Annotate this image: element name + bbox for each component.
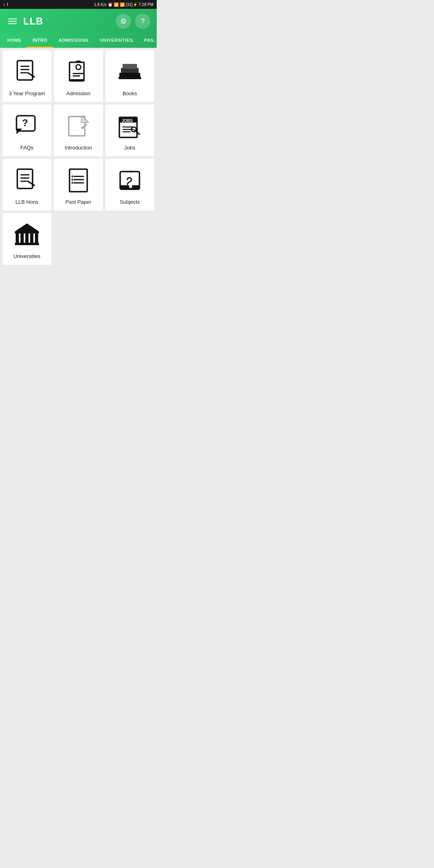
tab-admissions[interactable]: ADMISSIONS: [53, 34, 94, 48]
grid-item-subjects[interactable]: Subjects: [105, 159, 154, 211]
header-right: ⚙ ?: [116, 14, 150, 29]
app-header: LLB ⚙ ?: [0, 9, 157, 34]
label-subjects: Subjects: [120, 199, 140, 205]
wifi-icon: 📶: [114, 2, 119, 7]
grid-item-books[interactable]: Books: [105, 50, 154, 102]
introduction-icon: [64, 112, 93, 141]
settings-button[interactable]: ⚙: [116, 14, 131, 29]
label-admission: Admission: [66, 90, 90, 96]
svg-rect-0: [17, 61, 33, 80]
grid-item-past-paper[interactable]: Past Paper: [54, 159, 103, 211]
bottom-space: [0, 267, 157, 291]
label-universities: Universities: [13, 253, 40, 259]
tab-universities[interactable]: UNIVERSITIES: [94, 34, 138, 48]
help-button[interactable]: ?: [135, 14, 150, 29]
svg-rect-12: [123, 64, 137, 69]
main-grid: 3 Year Program Admission Books: [0, 48, 157, 267]
gear-icon: ⚙: [120, 17, 127, 26]
label-jobs: Jobs: [124, 145, 135, 151]
status-right: 1.6 K/s ⏰ 📶 📶 [31]⚡ 7:28 PM: [94, 2, 154, 7]
svg-rect-13: [119, 77, 141, 79]
hamburger-line-1: [8, 18, 17, 19]
tab-past[interactable]: PAS...: [139, 34, 157, 48]
books-icon: [115, 57, 144, 86]
label-past-paper: Past Paper: [66, 199, 91, 205]
battery-icon: [31]⚡: [126, 2, 137, 7]
label-llb-hons: LLB Hons: [15, 199, 38, 205]
status-left: ↕ f: [3, 2, 8, 7]
grid-item-3-year-program[interactable]: 3 Year Program: [2, 50, 51, 102]
label-introduction: Introduction: [65, 145, 92, 151]
grid-item-universities[interactable]: Universities: [2, 213, 51, 265]
svg-point-17: [81, 127, 84, 129]
svg-rect-43: [15, 231, 39, 233]
subjects-icon: [115, 166, 144, 195]
pastpaper-icon: [64, 166, 93, 195]
svg-point-29: [33, 184, 35, 186]
header-left: LLB: [6, 16, 43, 27]
faqs-icon: ?: [12, 112, 41, 141]
admission-icon: [64, 57, 93, 86]
speed-indicator: 1.6 K/s: [94, 2, 106, 7]
grid-item-faqs[interactable]: ? FAQs: [2, 104, 51, 156]
svg-rect-39: [25, 233, 29, 244]
jobs-icon: JOBS: [115, 112, 144, 141]
hamburger-line-2: [8, 21, 17, 22]
program-icon: [12, 57, 41, 86]
svg-point-36: [129, 185, 132, 188]
label-faqs: FAQs: [20, 145, 34, 151]
svg-marker-44: [15, 223, 39, 231]
tab-intro[interactable]: INTRO: [27, 34, 53, 48]
menu-button[interactable]: [6, 17, 18, 26]
svg-rect-7: [70, 79, 84, 82]
facebook-icon: f: [7, 2, 8, 7]
svg-point-4: [33, 76, 35, 78]
svg-rect-25: [17, 169, 33, 188]
svg-point-6: [76, 65, 81, 70]
svg-rect-41: [35, 233, 38, 244]
alarm-icon: ⏰: [108, 2, 113, 7]
svg-rect-40: [30, 233, 33, 244]
svg-text:JOBS: JOBS: [122, 119, 133, 123]
label-3-year-program: 3 Year Program: [9, 90, 45, 96]
nav-tabs: HOME INTRO ADMISSIONS UNIVERSITIES PAS..…: [0, 34, 157, 48]
llbhons-icon: [12, 166, 41, 195]
label-books: Books: [123, 90, 137, 96]
grid-item-jobs[interactable]: JOBS Jobs: [105, 104, 154, 156]
time-display: 7:28 PM: [139, 2, 154, 7]
svg-text:?: ?: [22, 117, 28, 128]
svg-rect-37: [16, 233, 19, 244]
grid-item-introduction[interactable]: Introduction: [54, 104, 103, 156]
grid-item-admission[interactable]: Admission: [54, 50, 103, 102]
help-icon: ?: [141, 17, 145, 26]
svg-rect-38: [20, 233, 24, 244]
grid-item-llb-hons[interactable]: LLB Hons: [2, 159, 51, 211]
usb-icon: ↕: [3, 2, 5, 7]
universities-icon: [12, 220, 41, 249]
app-logo: LLB: [23, 16, 43, 27]
status-bar: ↕ f 1.6 K/s ⏰ 📶 📶 [31]⚡ 7:28 PM: [0, 0, 157, 9]
svg-rect-42: [15, 243, 39, 245]
hamburger-line-3: [8, 23, 17, 24]
tab-home[interactable]: HOME: [2, 34, 27, 48]
signal-icon: 📶: [120, 2, 125, 7]
